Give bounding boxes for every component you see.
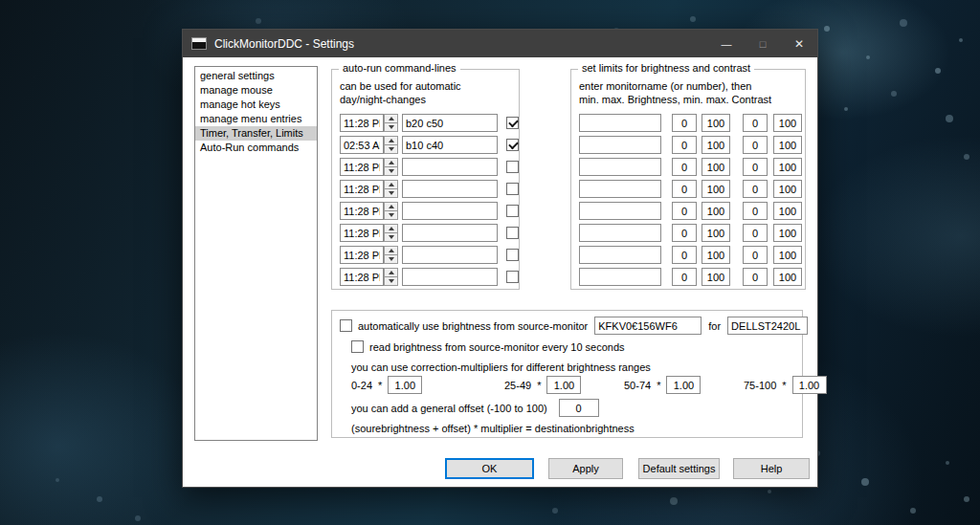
spin-down-button[interactable] bbox=[384, 255, 398, 264]
destination-monitor-input[interactable] bbox=[727, 317, 808, 335]
multiplier-input[interactable] bbox=[792, 376, 827, 394]
spin-up-button[interactable] bbox=[384, 114, 398, 123]
sidebar-item-manage-menu-entries[interactable]: manage menu entries bbox=[195, 112, 317, 126]
sidebar-item-general-settings[interactable]: general settings bbox=[195, 69, 317, 83]
autorun-enabled-checkbox[interactable] bbox=[506, 227, 519, 239]
time-input[interactable] bbox=[340, 114, 384, 132]
brightness-min-input[interactable] bbox=[672, 246, 697, 264]
minimize-button[interactable]: — bbox=[708, 30, 745, 57]
monitor-name-input[interactable] bbox=[579, 268, 661, 286]
command-input[interactable] bbox=[402, 202, 498, 220]
contrast-min-input[interactable] bbox=[743, 268, 768, 286]
monitor-name-input[interactable] bbox=[579, 224, 661, 242]
command-input[interactable] bbox=[402, 268, 498, 286]
spin-down-button[interactable] bbox=[384, 277, 398, 286]
spin-up-button[interactable] bbox=[384, 136, 398, 145]
contrast-max-input[interactable] bbox=[773, 246, 802, 264]
contrast-max-input[interactable] bbox=[773, 202, 802, 220]
sidebar-item-auto-run-commands[interactable]: Auto-Run commands bbox=[195, 141, 317, 155]
brightness-max-input[interactable] bbox=[702, 246, 730, 264]
spin-up-button[interactable] bbox=[384, 268, 398, 277]
spin-down-button[interactable] bbox=[384, 145, 398, 154]
spin-down-button[interactable] bbox=[384, 167, 398, 176]
contrast-min-input[interactable] bbox=[743, 158, 768, 176]
brightness-max-input[interactable] bbox=[702, 180, 730, 198]
command-input[interactable] bbox=[402, 114, 498, 132]
autorun-enabled-checkbox[interactable] bbox=[506, 205, 519, 217]
autorun-enabled-checkbox[interactable] bbox=[506, 271, 519, 283]
multiplier-input[interactable] bbox=[666, 376, 701, 394]
contrast-min-input[interactable] bbox=[743, 114, 768, 132]
spin-up-button[interactable] bbox=[384, 180, 398, 189]
brightness-max-input[interactable] bbox=[702, 158, 730, 176]
brightness-min-input[interactable] bbox=[672, 268, 697, 286]
brightness-max-input[interactable] bbox=[702, 136, 730, 154]
monitor-name-input[interactable] bbox=[579, 158, 661, 176]
brightness-max-input[interactable] bbox=[702, 268, 730, 286]
monitor-name-input[interactable] bbox=[579, 202, 661, 220]
auto-use-brightness-checkbox[interactable] bbox=[340, 319, 352, 332]
time-input[interactable] bbox=[340, 268, 384, 286]
contrast-min-input[interactable] bbox=[743, 246, 768, 264]
autorun-enabled-checkbox[interactable] bbox=[506, 183, 519, 195]
time-input[interactable] bbox=[340, 246, 384, 264]
time-input[interactable] bbox=[340, 158, 384, 176]
contrast-max-input[interactable] bbox=[773, 136, 802, 154]
spin-up-button[interactable] bbox=[384, 224, 398, 233]
contrast-min-input[interactable] bbox=[743, 202, 768, 220]
multiplier-input[interactable] bbox=[546, 376, 581, 394]
time-input[interactable] bbox=[340, 224, 384, 242]
spin-down-button[interactable] bbox=[384, 233, 398, 242]
titlebar[interactable]: ClickMonitorDDC - Settings — □ ✕ bbox=[183, 30, 817, 57]
brightness-min-input[interactable] bbox=[672, 114, 697, 132]
sidebar-item-manage-mouse[interactable]: manage mouse bbox=[195, 83, 317, 98]
autorun-enabled-checkbox[interactable] bbox=[506, 139, 519, 151]
brightness-min-input[interactable] bbox=[672, 180, 697, 198]
autorun-enabled-checkbox[interactable] bbox=[506, 161, 519, 173]
time-input[interactable] bbox=[340, 180, 384, 198]
brightness-min-input[interactable] bbox=[672, 136, 697, 154]
time-input[interactable] bbox=[340, 136, 384, 154]
spin-down-button[interactable] bbox=[384, 189, 398, 198]
command-input[interactable] bbox=[402, 158, 498, 176]
contrast-max-input[interactable] bbox=[773, 224, 802, 242]
contrast-min-input[interactable] bbox=[743, 136, 768, 154]
offset-input[interactable] bbox=[559, 399, 599, 417]
apply-button[interactable]: Apply bbox=[548, 458, 623, 479]
contrast-min-input[interactable] bbox=[743, 180, 768, 198]
contrast-min-input[interactable] bbox=[743, 224, 768, 242]
default-settings-button[interactable]: Default settings bbox=[638, 458, 720, 479]
spin-up-button[interactable] bbox=[384, 158, 398, 167]
sidebar-item-manage-hot-keys[interactable]: manage hot keys bbox=[195, 98, 317, 112]
spin-up-button[interactable] bbox=[384, 246, 398, 255]
monitor-name-input[interactable] bbox=[579, 180, 661, 198]
monitor-name-input[interactable] bbox=[579, 114, 661, 132]
contrast-max-input[interactable] bbox=[773, 180, 802, 198]
time-input[interactable] bbox=[340, 202, 384, 220]
contrast-max-input[interactable] bbox=[773, 268, 802, 286]
spin-down-button[interactable] bbox=[384, 123, 398, 132]
close-button[interactable]: ✕ bbox=[781, 30, 817, 57]
spin-up-button[interactable] bbox=[384, 202, 398, 211]
spin-down-button[interactable] bbox=[384, 211, 398, 220]
brightness-max-input[interactable] bbox=[702, 114, 730, 132]
brightness-max-input[interactable] bbox=[702, 224, 730, 242]
brightness-min-input[interactable] bbox=[672, 224, 697, 242]
autorun-enabled-checkbox[interactable] bbox=[506, 249, 519, 261]
autorun-enabled-checkbox[interactable] bbox=[506, 117, 519, 129]
contrast-max-input[interactable] bbox=[773, 158, 802, 176]
ok-button[interactable]: OK bbox=[445, 458, 534, 479]
command-input[interactable] bbox=[402, 180, 498, 198]
contrast-max-input[interactable] bbox=[773, 114, 802, 132]
sidebar-item-timer-transfer-limits[interactable]: Timer, Transfer, Limits bbox=[195, 126, 317, 141]
monitor-name-input[interactable] bbox=[579, 136, 661, 154]
source-monitor-input[interactable] bbox=[594, 317, 702, 335]
command-input[interactable] bbox=[402, 224, 498, 242]
brightness-min-input[interactable] bbox=[672, 158, 697, 176]
brightness-max-input[interactable] bbox=[702, 202, 730, 220]
command-input[interactable] bbox=[402, 246, 498, 264]
command-input[interactable] bbox=[402, 136, 498, 154]
monitor-name-input[interactable] bbox=[579, 246, 661, 264]
help-button[interactable]: Help bbox=[733, 458, 810, 479]
read-brightness-checkbox[interactable] bbox=[351, 340, 364, 353]
